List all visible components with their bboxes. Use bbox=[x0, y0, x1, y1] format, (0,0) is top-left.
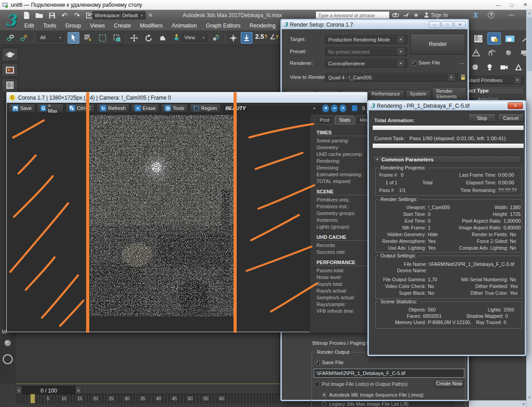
use-center-icon[interactable] bbox=[210, 32, 222, 44]
create-now-button[interactable]: Create Now bbox=[435, 380, 463, 388]
ifl-radio[interactable] bbox=[322, 402, 326, 406]
dialog-close-button[interactable]: ✕ bbox=[454, 21, 466, 28]
zoom-out-icon[interactable]: − bbox=[331, 105, 338, 112]
cancel-button[interactable]: Cancel bbox=[498, 114, 524, 122]
render-teapot-icon[interactable] bbox=[2, 48, 18, 61]
search-input[interactable] bbox=[316, 11, 390, 19]
vertical-scrollbar[interactable]: ∧ ∨ bbox=[526, 10, 532, 407]
exchange-icon[interactable]: X bbox=[472, 11, 478, 19]
rendering-dialog-titlebar[interactable]: 3 Rendering - PR_1_Detskaya_F_C-5.tif ✕ bbox=[369, 101, 525, 110]
preset-dropdown[interactable]: No preset selected ▼ bbox=[325, 47, 407, 56]
select-by-name-icon[interactable] bbox=[82, 32, 94, 44]
user-icon[interactable] bbox=[424, 12, 429, 18]
create-tab-icon[interactable] bbox=[471, 48, 482, 58]
vfb-color-swatch[interactable] bbox=[352, 105, 358, 111]
move-tool-icon[interactable] bbox=[128, 32, 140, 44]
stop-button[interactable]: Stop bbox=[468, 114, 496, 122]
zoom-reset-icon[interactable]: ✕ bbox=[339, 105, 346, 112]
workspace-menu-icon[interactable]: ≡ bbox=[149, 12, 152, 18]
render-setup-tab[interactable]: Performance bbox=[367, 90, 404, 98]
render-production-icon[interactable] bbox=[503, 32, 517, 45]
render-output-save-checkbox[interactable]: ✓ bbox=[315, 360, 320, 365]
scale-tool-icon[interactable] bbox=[157, 32, 169, 44]
render-setup-tab[interactable]: System bbox=[405, 90, 431, 98]
dialog-maximize-button[interactable]: □ bbox=[441, 21, 453, 28]
manipulate-icon[interactable] bbox=[227, 32, 239, 44]
helpers-category-icon[interactable] bbox=[513, 62, 524, 72]
vfb-to-max-button[interactable]: G > Max bbox=[37, 104, 64, 113]
vfb-region-button[interactable]: Region bbox=[190, 104, 220, 113]
render-setup-titlebar[interactable]: 3 Render Setup: Corona 1.7 — □ ✕ bbox=[282, 20, 468, 29]
put-image-list-checkbox[interactable] bbox=[315, 382, 320, 387]
cameras-category-icon[interactable] bbox=[499, 62, 509, 72]
vfb-save-button[interactable]: Save bbox=[9, 104, 35, 113]
os-maximize-button[interactable]: □ bbox=[505, 0, 518, 9]
select-link-icon[interactable] bbox=[5, 32, 16, 44]
scrollbar-thumb[interactable] bbox=[527, 17, 532, 71]
output-path-field[interactable]: \\FARM\Net\2\PR_1_Detskaya_F_C-5.tif bbox=[314, 369, 464, 378]
common-parameters-rollout[interactable]: ▼ Common Parameters bbox=[372, 155, 521, 163]
menu-item[interactable]: Rendering bbox=[245, 23, 280, 29]
horizontal-scrollbar[interactable]: > bbox=[469, 400, 526, 407]
geometry-category-icon[interactable] bbox=[470, 62, 481, 72]
rotate-tool-icon[interactable] bbox=[142, 32, 154, 44]
modify-tab-icon[interactable] bbox=[487, 48, 498, 58]
os-close-button[interactable]: ✕ bbox=[518, 0, 532, 9]
snaps-toggle-button[interactable] bbox=[241, 32, 252, 44]
hierarchy-tab-icon[interactable] bbox=[503, 48, 514, 58]
workspace-dropdown[interactable]: Workspace: Default ▼ bbox=[92, 11, 146, 19]
save-file-checkbox[interactable]: ✓ bbox=[411, 60, 416, 65]
scroll-right-icon[interactable]: > bbox=[522, 402, 526, 407]
menu-item[interactable]: Tools bbox=[39, 23, 61, 29]
max-logo[interactable]: 3 bbox=[1, 11, 21, 31]
window-crossing-icon[interactable] bbox=[111, 32, 123, 44]
rendered-frame-window-icon[interactable] bbox=[487, 32, 501, 45]
vfb-copy-button[interactable]: Ctrl+C bbox=[65, 104, 95, 113]
tab-post[interactable]: Post bbox=[316, 116, 334, 124]
rendered-frame-icon[interactable] bbox=[2, 63, 18, 77]
render-button[interactable]: Render bbox=[410, 34, 465, 55]
reference-coordinate-dropdown[interactable]: View ▼ bbox=[182, 33, 207, 41]
save-file-icon[interactable] bbox=[48, 11, 56, 19]
rectangular-selection-icon[interactable] bbox=[96, 32, 108, 44]
select-object-button[interactable] bbox=[68, 32, 79, 44]
zoom-in-icon[interactable]: + bbox=[322, 105, 329, 112]
selection-filter-dropdown[interactable]: All ▼ bbox=[38, 33, 64, 41]
target-dropdown[interactable]: Production Rendering Mode ▼ bbox=[325, 35, 407, 44]
scroll-down-icon[interactable]: ∨ bbox=[527, 394, 532, 400]
selection-lock-icon[interactable] bbox=[2, 353, 14, 365]
angle-snap-icon[interactable]: ∠ ? bbox=[270, 33, 279, 41]
scroll-up-icon[interactable]: ∧ bbox=[527, 10, 532, 16]
menu-item[interactable]: Group bbox=[61, 23, 86, 29]
remote-desktop-titlebar[interactable]: unit6 — Подключение к удаленному рабочем… bbox=[0, 0, 532, 10]
menu-item[interactable]: Create bbox=[110, 23, 136, 29]
snap-25-icon[interactable]: 2.5 ? bbox=[255, 33, 267, 40]
menu-item[interactable]: Graph Editors bbox=[201, 23, 245, 29]
menu-item[interactable]: Modifiers bbox=[135, 23, 167, 29]
search-icon[interactable] bbox=[392, 12, 399, 18]
unlink-icon[interactable] bbox=[18, 32, 30, 44]
rendering-close-button[interactable]: ✕ bbox=[508, 102, 523, 109]
viewport-lock-button[interactable] bbox=[459, 73, 467, 82]
menu-item[interactable]: Edit bbox=[20, 23, 39, 29]
os-minimize-button[interactable]: — bbox=[491, 0, 505, 9]
time-slider-marker[interactable] bbox=[30, 394, 35, 403]
imsq-radio[interactable] bbox=[322, 393, 326, 397]
pivot-icon[interactable] bbox=[170, 32, 182, 44]
help-icon[interactable]: ? bbox=[488, 12, 495, 18]
lights-category-icon[interactable] bbox=[484, 62, 495, 72]
redo-icon[interactable]: ↷ bbox=[73, 11, 81, 19]
render-setup-tab[interactable]: Render Elements bbox=[432, 87, 467, 101]
app-minimize-icon[interactable]: — bbox=[509, 12, 514, 18]
vfb-tools-button[interactable]: Tools bbox=[161, 104, 188, 113]
menu-item[interactable]: Views bbox=[85, 23, 109, 29]
new-file-icon[interactable] bbox=[23, 11, 31, 19]
vfb-titlebar[interactable]: C Corona 1.7 | 1380×1725px (1:4) | Camer… bbox=[7, 92, 367, 103]
isolate-selection-icon[interactable] bbox=[3, 338, 13, 348]
menu-item[interactable]: Animation bbox=[167, 23, 202, 29]
undo-icon[interactable]: ↶ bbox=[60, 11, 69, 19]
renderer-dropdown[interactable]: CoronaRenderer ▼ bbox=[325, 59, 407, 68]
tab-stats[interactable]: Stats bbox=[335, 116, 354, 124]
render-settings-list-icon[interactable] bbox=[2, 78, 18, 92]
render-pass-dropdown[interactable]: BEAUTY ▼ bbox=[222, 104, 321, 113]
